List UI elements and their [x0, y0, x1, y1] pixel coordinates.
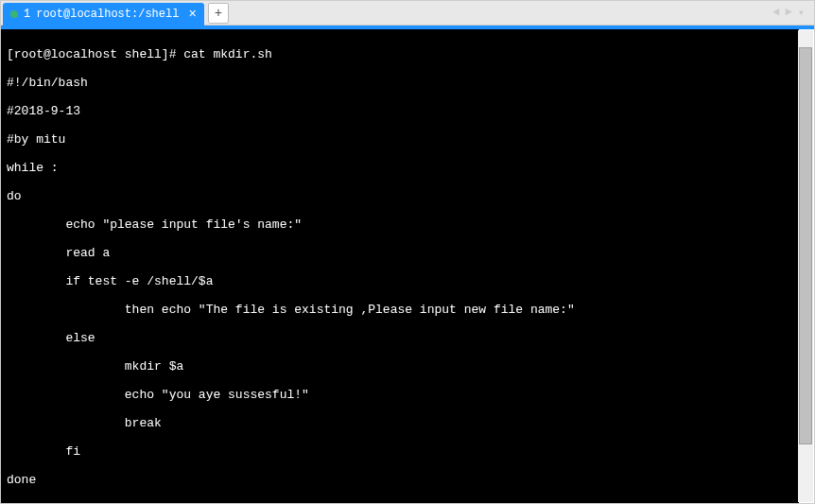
scrollbar[interactable]: [798, 30, 813, 502]
script-line: if test -e /shell/$a: [7, 274, 793, 288]
nav-dropdown-icon[interactable]: ▾: [798, 6, 805, 20]
tab-index: 1: [24, 8, 30, 21]
script-line: #by mitu: [7, 132, 793, 147]
script-line: do: [7, 189, 793, 203]
nav-next-icon[interactable]: ►: [786, 6, 792, 20]
script-line: then echo "The file is existing ,Please …: [7, 303, 793, 317]
script-line: echo "you aye sussesful!": [7, 388, 793, 402]
script-line: read a: [7, 246, 793, 260]
terminal-window: 1 root@localhost:/shell × + ◄ ► ▾ [root@…: [0, 0, 815, 504]
status-dot-icon: [10, 10, 18, 18]
tab-title: root@localhost:/shell: [36, 8, 179, 21]
script-line: #2018-9-13: [7, 104, 793, 118]
script-line: echo "please input file's name:": [7, 217, 793, 232]
script-line: fi: [7, 444, 793, 459]
script-line: done: [7, 473, 793, 487]
prompt: [root@localhost shell]#: [7, 501, 183, 503]
tab-active[interactable]: 1 root@localhost:/shell ×: [3, 3, 204, 26]
nav-arrows: ◄ ► ▾: [772, 6, 814, 20]
add-tab-button[interactable]: +: [208, 3, 229, 24]
nav-prev-icon[interactable]: ◄: [772, 6, 779, 20]
command-run1: ./mkdir.sh: [183, 501, 257, 503]
script-line: mkdir $a: [7, 359, 793, 374]
close-icon[interactable]: ×: [188, 7, 196, 22]
terminal-output[interactable]: [root@localhost shell]# cat mkdir.sh #!/…: [1, 29, 799, 503]
command-cat: cat mkdir.sh: [183, 47, 272, 61]
script-line: #!/bin/bash: [7, 76, 793, 90]
prompt: [root@localhost shell]#: [7, 47, 183, 61]
tab-bar: 1 root@localhost:/shell × + ◄ ► ▾: [1, 1, 814, 26]
script-line: else: [7, 331, 793, 345]
script-line: break: [7, 416, 793, 430]
script-line: while :: [7, 161, 793, 175]
scrollbar-thumb[interactable]: [799, 47, 812, 444]
